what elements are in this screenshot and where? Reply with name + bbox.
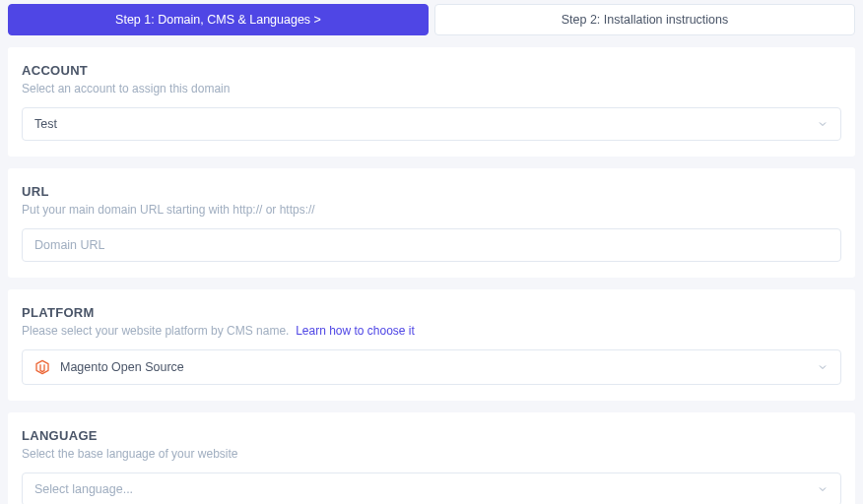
language-title: LANGUAGE <box>22 428 841 443</box>
account-subtitle: Select an account to assign this domain <box>22 82 841 95</box>
learn-how-link[interactable]: Learn how to choose it <box>296 324 415 338</box>
url-subtitle: Put your main domain URL starting with h… <box>22 203 841 217</box>
account-section: ACCOUNT Select an account to assign this… <box>8 47 855 157</box>
step-2-tab[interactable]: Step 2: Installation instructions <box>434 4 855 35</box>
account-selected-value: Test <box>34 117 57 131</box>
url-section: URL Put your main domain URL starting wi… <box>8 168 855 278</box>
chevron-down-icon <box>817 118 829 130</box>
domain-url-input[interactable] <box>22 228 841 262</box>
platform-subtitle: Please select your website platform by C… <box>22 324 841 338</box>
platform-title: PLATFORM <box>22 305 841 320</box>
chevron-down-icon <box>817 483 829 495</box>
url-title: URL <box>22 184 841 199</box>
platform-selected-value: Magento Open Source <box>60 360 184 374</box>
wizard-steps: Step 1: Domain, CMS & Languages > Step 2… <box>0 0 863 35</box>
language-section: LANGUAGE Select the base language of you… <box>8 412 855 504</box>
magento-icon <box>34 359 50 375</box>
step-1-tab[interactable]: Step 1: Domain, CMS & Languages > <box>8 4 429 35</box>
account-select[interactable]: Test <box>22 107 841 141</box>
platform-section: PLATFORM Please select your website plat… <box>8 289 855 401</box>
language-subtitle: Select the base language of your website <box>22 447 841 461</box>
account-title: ACCOUNT <box>22 63 841 78</box>
chevron-down-icon <box>817 361 829 373</box>
language-select[interactable]: Select language... <box>22 472 841 504</box>
language-placeholder: Select language... <box>34 482 133 496</box>
platform-select[interactable]: Magento Open Source <box>22 349 841 385</box>
